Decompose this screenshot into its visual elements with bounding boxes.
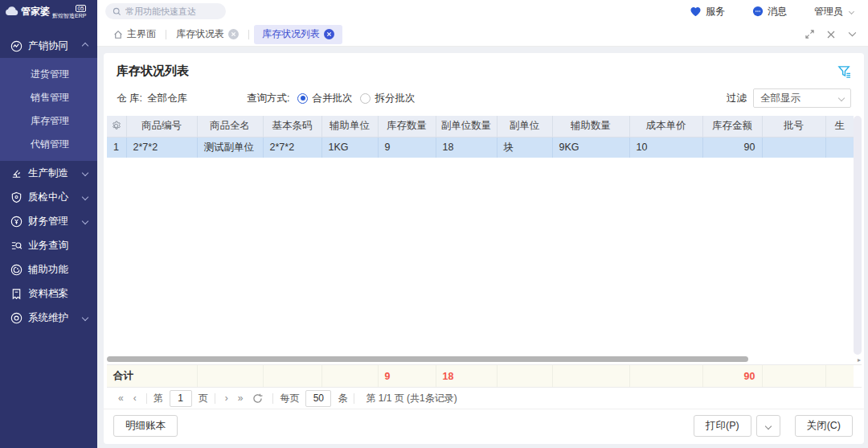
vertical-scrollbar[interactable]: [854, 116, 862, 355]
sidebar-item-label: 质检中心: [28, 191, 68, 204]
tab-home[interactable]: 主界面: [108, 27, 161, 41]
col-header[interactable]: 辅助数量: [552, 116, 629, 137]
col-header[interactable]: 副单位: [497, 116, 552, 137]
prev-page-button[interactable]: ‹: [129, 393, 141, 404]
first-page-button[interactable]: «: [113, 393, 129, 404]
col-header[interactable]: 批号: [762, 116, 825, 137]
display-filter-select[interactable]: 全部显示: [753, 88, 851, 108]
col-header[interactable]: 商品编号: [126, 116, 197, 137]
cell-stock-qty: 9: [378, 137, 436, 158]
sidebar-item-label: 财务管理: [28, 215, 68, 228]
chevron-down-icon: [82, 194, 88, 200]
tab-inventory-list[interactable]: 库存状况列表: [254, 25, 342, 44]
sidebar: 管家婆 05 辉煌智造ERP 产销协同 进货管理 销售管理 库存管理 代销管理: [0, 0, 97, 448]
sidebar-item-finance-mgmt[interactable]: 财务管理: [0, 209, 97, 233]
search-list-icon: [10, 239, 23, 252]
message-button[interactable]: 消息: [752, 5, 787, 18]
cell-prod-date: [825, 137, 854, 158]
chevron-down-icon: [764, 422, 771, 429]
table-empty-space: [107, 158, 862, 355]
message-label: 消息: [768, 5, 787, 18]
column-settings-gear-icon[interactable]: [107, 116, 126, 137]
detail-ledger-button[interactable]: 明细账本: [113, 415, 178, 437]
radio-label: 拆分批次: [375, 92, 415, 105]
radio-split-batches[interactable]: 拆分批次: [360, 92, 415, 105]
print-button[interactable]: 打印(P): [694, 415, 751, 437]
col-header[interactable]: 库存数量: [378, 116, 436, 137]
radio-merge-batches[interactable]: 合并批次: [297, 92, 352, 105]
page-prefix: 第: [154, 392, 163, 405]
last-page-button[interactable]: »: [233, 393, 248, 404]
page-title: 库存状况列表: [117, 64, 189, 79]
chevron-down-icon: [82, 170, 88, 176]
scroll-right-arrow-icon[interactable]: ▸: [858, 356, 861, 364]
col-header[interactable]: 生: [825, 116, 854, 137]
cell-barcode: 2*7*2: [263, 137, 321, 158]
totals-label: 合计: [107, 365, 197, 387]
col-header[interactable]: 库存金额: [702, 116, 762, 137]
print-dropdown-button[interactable]: [756, 415, 780, 437]
sidebar-item-production-sales[interactable]: 产销协同: [0, 34, 97, 58]
table-row-selected[interactable]: 1 2*7*2 测试副单位 2*7*2 1KG 9 18 块 9KG 10 90: [107, 137, 854, 158]
sidebar-item-data-archive[interactable]: 资料档案: [0, 282, 97, 306]
sidebar-item-quality-center[interactable]: 质检中心: [0, 185, 97, 209]
maximize-icon[interactable]: [805, 30, 814, 39]
coin-icon: [10, 215, 23, 228]
app-logo: 管家婆 05 辉煌智造ERP: [0, 0, 97, 23]
footer-bar: 明细账本 打印(P) 关闭(C): [104, 409, 864, 444]
radio-selected-icon[interactable]: [297, 93, 308, 104]
close-button[interactable]: 关闭(C): [795, 415, 853, 437]
row-index: 1: [107, 137, 126, 158]
cloud-logo-icon: [5, 6, 18, 16]
sidebar-item-inventory-mgmt[interactable]: 库存管理: [0, 109, 97, 133]
warehouse-label: 仓 库:: [117, 92, 142, 105]
warehouse-value[interactable]: 全部仓库: [147, 92, 187, 105]
tab-inventory-report[interactable]: 库存状况表: [171, 27, 244, 41]
pager-separator: [146, 393, 147, 404]
cell-unit-cost: 10: [629, 137, 702, 158]
service-button[interactable]: 服务: [690, 5, 725, 18]
refresh-icon[interactable]: [252, 393, 263, 404]
inventory-table: 商品编号 商品全名 基本条码 辅助单位 库存数量 副单位数量 副单位 辅助数量 …: [107, 116, 862, 355]
user-menu[interactable]: 管理员: [814, 5, 854, 18]
display-filter-value: 全部显示: [760, 92, 800, 105]
page-number-input[interactable]: [170, 390, 192, 407]
sidebar-item-manufacturing[interactable]: 生产制造: [0, 161, 97, 185]
window-controls: [805, 30, 868, 39]
horizontal-scrollbar-thumb[interactable]: [107, 356, 748, 362]
col-header[interactable]: 商品全名: [197, 116, 263, 137]
filter-bar: 仓 库: 全部仓库 查询方式: 合并批次 拆分批次: [104, 85, 864, 116]
display-filter-label: 过滤: [727, 92, 747, 105]
col-header[interactable]: 成本单价: [629, 116, 702, 137]
radio-unselected-icon[interactable]: [360, 93, 371, 104]
sidebar-item-label: 资料档案: [28, 287, 68, 301]
sidebar-item-consignment-mgmt[interactable]: 代销管理: [0, 133, 97, 156]
filter-funnel-icon[interactable]: [837, 65, 851, 78]
col-header[interactable]: 副单位数量: [436, 116, 497, 137]
col-header[interactable]: 基本条码: [263, 116, 321, 137]
tab-close-icon[interactable]: [228, 29, 239, 39]
cell-item-name: 测试副单位: [197, 137, 263, 158]
next-page-button[interactable]: ›: [220, 393, 233, 404]
page-summary: 第 1/1 页 (共1条记录): [366, 392, 457, 405]
sidebar-item-label: 库存管理: [31, 114, 69, 128]
close-tab-icon[interactable]: [827, 31, 835, 39]
version-badge: 05: [76, 5, 87, 12]
sidebar-item-business-query[interactable]: 业务查询: [0, 233, 97, 257]
cell-item-code: 2*7*2: [126, 137, 197, 158]
sidebar-item-aux-functions[interactable]: 辅助功能: [0, 257, 97, 282]
chevron-down-icon: [838, 95, 845, 101]
tab-label: 库存状况表: [176, 27, 224, 41]
tab-close-icon[interactable]: [324, 29, 334, 39]
sidebar-submenu: 进货管理 销售管理 库存管理 代销管理: [0, 58, 97, 161]
tab-label: 主界面: [127, 27, 156, 41]
cell-aux-qty: 9KG: [552, 137, 629, 158]
col-header[interactable]: 辅助单位: [321, 116, 378, 137]
sidebar-item-sales-mgmt[interactable]: 销售管理: [0, 86, 97, 109]
quick-search-input[interactable]: 常用功能快速直达: [105, 3, 226, 19]
home-icon: [113, 30, 123, 39]
collapse-icon[interactable]: [848, 31, 857, 37]
sidebar-item-purchase-mgmt[interactable]: 进货管理: [0, 63, 97, 86]
sidebar-item-system-maintenance[interactable]: 系统维护: [0, 306, 97, 330]
per-page-input[interactable]: [305, 390, 331, 407]
